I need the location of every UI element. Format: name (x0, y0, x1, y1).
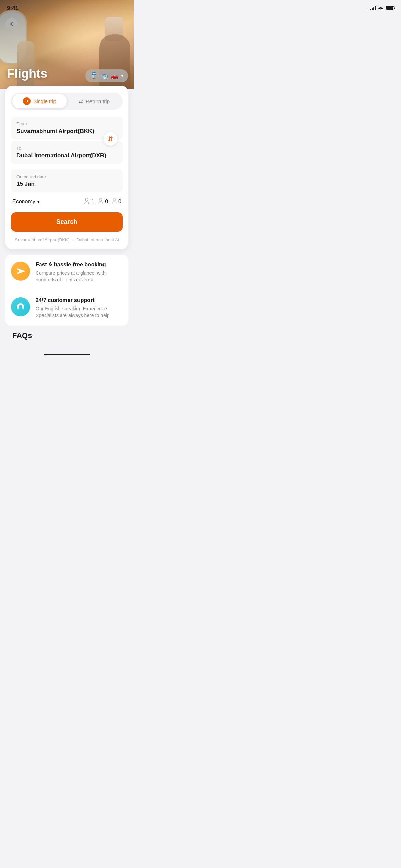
page-title: Flights (7, 67, 47, 81)
return-trip-option[interactable]: ⇄ Return trip (67, 94, 121, 108)
class-label: Economy (12, 198, 35, 205)
date-label: Outbound date (16, 174, 117, 179)
hero-section: Flights 🚆 🚌 🚗 ▾ (0, 0, 134, 89)
fast-booking-text: Fast & hassle-free booking Compare price… (36, 262, 123, 283)
return-trip-label: Return trip (86, 98, 110, 104)
flight-inputs: From Suvarnabhumi Airport(BKK) To Dubai … (11, 117, 123, 164)
swap-button[interactable] (104, 132, 117, 146)
adult-number: 1 (91, 198, 94, 205)
single-trip-label: Single trip (33, 98, 56, 104)
recent-search-text: Suvarnabhumi Airport(BKK) → Dubai Intern… (15, 237, 119, 242)
car-icon: 🚗 (111, 72, 118, 80)
seat-left (17, 41, 34, 89)
search-button[interactable]: Search (11, 212, 123, 232)
class-chevron-icon: ▾ (37, 199, 40, 204)
features-container: Fast & hassle-free booking Compare price… (5, 255, 128, 326)
customer-support-desc: Our English-speaking Experience Speciali… (36, 305, 123, 319)
to-label: To (16, 146, 117, 151)
transport-selector[interactable]: 🚆 🚌 🚗 ▾ (85, 69, 128, 82)
date-value: 15 Jan (16, 181, 117, 188)
home-indicator (0, 351, 134, 362)
passenger-counts[interactable]: 1 0 (84, 198, 121, 205)
customer-support-text: 24/7 customer support Our English-speaki… (36, 297, 123, 319)
child-number: 0 (105, 198, 108, 205)
customer-support-title: 24/7 customer support (36, 297, 123, 303)
transport-chevron-icon: ▾ (121, 73, 123, 79)
bus-icon: 🚌 (100, 72, 108, 80)
flight-feature-icon (11, 262, 30, 281)
train-icon: 🚆 (90, 72, 98, 80)
to-value: Dubai International Airport(DXB) (16, 152, 117, 159)
single-trip-option[interactable]: Single trip (12, 94, 67, 108)
infant-icon (112, 198, 117, 205)
adult-icon (84, 198, 89, 205)
svg-point-5 (22, 306, 24, 308)
child-count: 0 (98, 198, 108, 205)
faqs-heading: FAQs (5, 326, 128, 343)
back-button[interactable] (5, 18, 18, 30)
status-bar: 9:41 (0, 0, 134, 13)
return-trip-icon: ⇄ (78, 98, 83, 105)
main-content: Single trip ⇄ Return trip From Suvarnabh… (0, 86, 134, 351)
svg-point-0 (85, 198, 88, 201)
feature-customer-support: 24/7 customer support Our English-speaki… (5, 290, 128, 326)
svg-point-4 (17, 306, 19, 308)
single-trip-icon (23, 97, 31, 105)
date-field[interactable]: Outbound date 15 Jan (11, 169, 123, 192)
status-time: 9:41 (7, 5, 19, 12)
trip-toggle: Single trip ⇄ Return trip (11, 93, 123, 110)
svg-point-3 (18, 270, 19, 272)
svg-point-2 (113, 198, 116, 201)
class-selector[interactable]: Economy ▾ (12, 198, 40, 205)
infant-count: 0 (112, 198, 121, 205)
child-icon (98, 198, 103, 205)
infant-number: 0 (118, 198, 121, 205)
fast-booking-desc: Compare prices at a glance, with hundred… (36, 270, 123, 283)
adult-count: 1 (84, 198, 94, 205)
fast-booking-title: Fast & hassle-free booking (36, 262, 123, 268)
passengers-row: Economy ▾ 1 (11, 198, 123, 205)
home-indicator-bar (44, 354, 90, 355)
from-label: From (16, 121, 117, 126)
booking-card: Single trip ⇄ Return trip From Suvarnabh… (5, 86, 128, 249)
feature-fast-booking: Fast & hassle-free booking Compare price… (5, 255, 128, 290)
support-feature-icon (11, 297, 30, 316)
recent-search[interactable]: Suvarnabhumi Airport(BKK) → Dubai Intern… (11, 237, 123, 242)
svg-point-1 (100, 198, 102, 201)
from-value: Suvarnabhumi Airport(BKK) (16, 128, 117, 135)
